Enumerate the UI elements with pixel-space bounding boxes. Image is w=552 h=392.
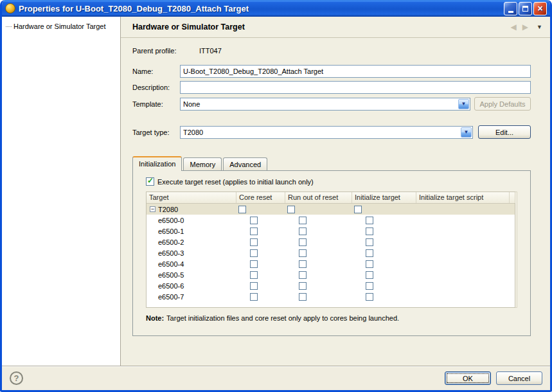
target-cell: − e6500-0 <box>147 217 236 224</box>
table-scrollbar[interactable] <box>515 192 517 308</box>
core-reset-checkbox[interactable] <box>250 227 258 235</box>
edit-button[interactable]: Edit... <box>478 125 531 139</box>
run-out-of-reset-cell <box>285 271 352 279</box>
maximize-icon <box>522 6 528 12</box>
properties-dialog: Properties for U-Boot_T2080_Debug_T2080_… <box>0 0 552 392</box>
core-reset-checkbox[interactable] <box>238 206 246 213</box>
description-input[interactable] <box>180 81 531 94</box>
initialize-target-checkbox[interactable] <box>366 217 373 224</box>
window-title: Properties for U-Boot_T2080_Debug_T2080_… <box>19 4 249 13</box>
tab[interactable]: Memory <box>183 157 222 170</box>
column-header-run-out-of-reset[interactable]: Run out of reset <box>285 192 352 203</box>
target-type-combo-arrow-icon[interactable]: ▼ <box>461 127 472 138</box>
initialize-target-checkbox[interactable] <box>366 227 373 235</box>
target-cell: − e6500-4 <box>147 260 236 268</box>
column-header-initialize-target[interactable]: Initialize target <box>352 192 416 203</box>
forward-icon[interactable]: ▶ <box>522 22 528 31</box>
run-out-of-reset-checkbox[interactable] <box>299 271 307 279</box>
tab-label: Initialization <box>139 160 175 168</box>
core-reset-checkbox[interactable] <box>250 217 258 224</box>
column-header-initialize-target-script[interactable]: Initialize target script <box>416 192 510 203</box>
tab[interactable]: Initialization <box>132 156 182 171</box>
table-row[interactable]: − T2080 <box>147 204 515 215</box>
maximize-button[interactable] <box>519 2 532 15</box>
view-menu-icon[interactable]: ▼ <box>534 24 542 30</box>
back-icon[interactable]: ◀ <box>511 22 517 31</box>
initialize-target-cell <box>352 293 416 301</box>
template-combo[interactable]: None ▼ <box>180 98 470 111</box>
close-icon: × <box>537 4 542 13</box>
target-type-combo-value: T2080 <box>183 129 461 136</box>
table-row[interactable]: − e6500-1 <box>147 226 515 236</box>
ok-button[interactable]: OK <box>445 371 491 385</box>
run-out-of-reset-checkbox[interactable] <box>299 260 307 268</box>
table-row[interactable]: − e6500-7 <box>147 291 515 302</box>
initialize-target-cell <box>352 238 416 246</box>
run-out-of-reset-checkbox[interactable] <box>299 282 307 290</box>
minimize-icon <box>508 11 513 13</box>
column-header-core-reset[interactable]: Core reset <box>236 192 285 203</box>
run-out-of-reset-checkbox[interactable] <box>299 227 307 235</box>
target-cell: − e6500-6 <box>147 282 236 290</box>
initialize-target-cell <box>352 227 416 235</box>
core-reset-cell <box>236 282 285 290</box>
core-reset-checkbox[interactable] <box>250 260 258 268</box>
initialize-target-cell <box>352 217 416 224</box>
run-out-of-reset-checkbox[interactable] <box>299 293 307 301</box>
target-label: e6500-4 <box>158 260 184 268</box>
target-label: e6500-6 <box>158 282 184 290</box>
table-row[interactable]: − e6500-5 <box>147 269 515 280</box>
table-row[interactable]: − e6500-3 <box>147 247 515 258</box>
initialize-target-checkbox[interactable] <box>366 260 373 268</box>
close-button[interactable]: × <box>533 2 547 15</box>
execute-reset-checkbox[interactable] <box>146 177 154 186</box>
initialize-target-checkbox[interactable] <box>366 293 373 301</box>
initialize-target-checkbox[interactable] <box>366 282 373 290</box>
sidebar-item-hardware-or-simulator-target[interactable]: Hardware or Simulator Target <box>4 22 118 31</box>
run-out-of-reset-checkbox[interactable] <box>299 217 307 224</box>
initialize-target-checkbox[interactable] <box>366 271 373 279</box>
run-out-of-reset-cell <box>285 293 352 301</box>
run-out-of-reset-cell <box>285 260 352 268</box>
column-header-target[interactable]: Target <box>147 192 236 203</box>
title-bar[interactable]: Properties for U-Boot_T2080_Debug_T2080_… <box>2 0 550 17</box>
name-input[interactable] <box>180 65 531 78</box>
run-out-of-reset-checkbox[interactable] <box>299 249 307 257</box>
table-row[interactable]: − e6500-6 <box>147 280 515 291</box>
target-label: e6500-5 <box>158 271 184 279</box>
initialize-target-cell <box>352 260 416 268</box>
target-cell: − e6500-1 <box>147 227 236 235</box>
table-row[interactable]: − e6500-2 <box>147 236 515 247</box>
initialize-target-checkbox[interactable] <box>354 206 362 213</box>
note-label: Note: <box>146 314 164 322</box>
help-icon[interactable]: ? <box>10 371 23 385</box>
run-out-of-reset-checkbox[interactable] <box>287 206 295 213</box>
initialize-target-checkbox[interactable] <box>366 249 373 257</box>
tree-branch-icon <box>6 26 12 27</box>
core-reset-checkbox[interactable] <box>250 282 258 290</box>
table-header: Target Core reset Run out of reset Initi… <box>147 192 515 204</box>
target-table: Target Core reset Run out of reset Initi… <box>146 192 517 308</box>
table-row[interactable]: − e6500-0 <box>147 215 515 226</box>
template-combo-arrow-icon[interactable]: ▼ <box>458 99 469 109</box>
run-out-of-reset-checkbox[interactable] <box>299 238 307 246</box>
cancel-button[interactable]: Cancel <box>496 371 542 385</box>
core-reset-checkbox[interactable] <box>250 238 258 246</box>
template-label: Template: <box>132 100 180 108</box>
apply-defaults-button[interactable]: Apply Defaults <box>474 97 531 111</box>
target-type-combo[interactable]: T2080 ▼ <box>180 126 473 139</box>
template-combo-value: None <box>183 100 458 108</box>
minimize-button[interactable] <box>504 2 517 15</box>
core-reset-checkbox[interactable] <box>250 249 258 257</box>
parent-profile-value: ITT047 <box>199 47 222 55</box>
run-out-of-reset-cell <box>285 282 352 290</box>
target-cell: − e6500-3 <box>147 249 236 257</box>
table-row[interactable]: − e6500-4 <box>147 258 515 269</box>
expander-icon[interactable]: − <box>150 206 156 212</box>
core-reset-cell <box>236 260 285 268</box>
core-reset-checkbox[interactable] <box>250 293 258 301</box>
tab[interactable]: Advanced <box>223 157 267 170</box>
initialize-target-checkbox[interactable] <box>366 238 373 246</box>
target-label: e6500-1 <box>158 227 184 235</box>
core-reset-checkbox[interactable] <box>250 271 258 279</box>
